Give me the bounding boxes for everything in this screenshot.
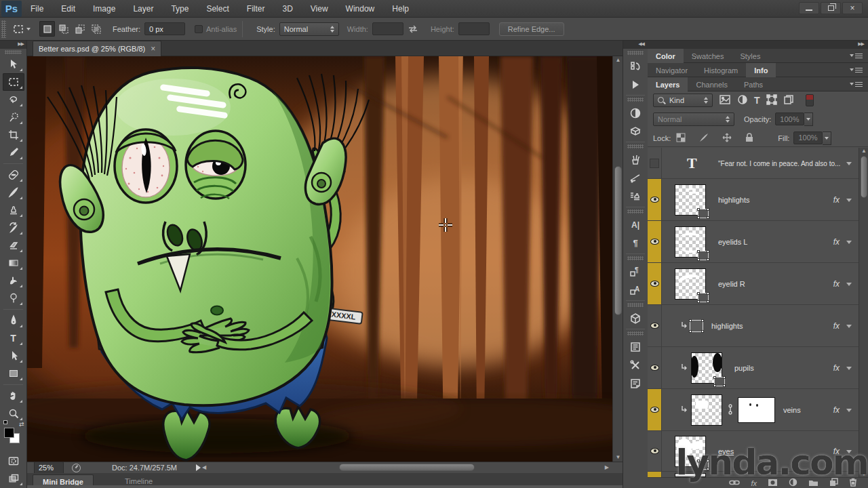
layer-style-icon[interactable]: fx [751,479,757,487]
layer-options-caret-icon[interactable] [846,409,852,412]
zoom-level-field[interactable]: 25% [34,462,64,474]
tools-grip[interactable] [5,50,22,54]
subtract-from-selection-button[interactable] [72,21,87,37]
filter-pixel-layers-icon[interactable] [719,94,731,106]
current-tool-badge[interactable] [9,22,34,37]
eye-icon[interactable] [650,197,659,203]
adjustments-panel-icon[interactable] [625,104,646,122]
scroll-right-icon[interactable]: ▶ [605,463,609,472]
pen-tool[interactable] [3,312,24,329]
filter-shape-layers-icon[interactable] [766,94,777,106]
tab-channels[interactable]: Channels [688,77,735,92]
tab-navigator[interactable]: Navigator [648,63,696,77]
opacity-field[interactable]: 100% [775,113,813,126]
layer-thumbnail[interactable] [691,352,722,384]
anti-alias-checkbox[interactable] [195,25,203,33]
eye-icon[interactable] [650,323,659,329]
spot-healing-brush-tool[interactable] [3,166,24,184]
rectangle-tool[interactable] [3,365,24,382]
layer-visibility-toggle[interactable] [648,263,662,304]
layer-name[interactable]: eyes [718,447,734,455]
layer-visibility-toggle[interactable] [648,431,662,471]
swap-dimensions-icon[interactable] [406,24,420,34]
new-selection-button[interactable] [39,21,55,37]
layer-options-caret-icon[interactable] [846,241,852,244]
menu-layer[interactable]: Layer [124,0,162,18]
layer-effects-badge[interactable]: fx [833,447,840,456]
layer-visibility-toggle[interactable] [648,347,662,388]
history-panel-icon[interactable] [625,57,646,75]
type-tool[interactable]: T [3,329,24,347]
menu-file[interactable]: File [22,0,52,18]
opacity-dropdown-icon[interactable] [804,113,814,126]
layer-visibility-toggle[interactable] [648,305,662,346]
eyedropper-tool[interactable] [3,144,24,161]
tab-color[interactable]: Color [648,49,684,63]
character-styles-panel-icon[interactable]: A [625,281,646,299]
layer-name[interactable]: eyelid R [718,280,745,288]
layers-scroll-down-icon[interactable]: ▼ [859,471,868,477]
history-brush-tool[interactable] [3,219,24,237]
document-close-icon[interactable]: × [151,44,155,54]
eye-icon[interactable] [650,365,659,371]
panel-menu-icon[interactable] [850,82,863,87]
tab-styles[interactable]: Styles [732,49,768,63]
brush-presets-panel-icon[interactable] [625,169,646,187]
scroll-up-icon[interactable]: ▲ [613,56,623,64]
eye-icon[interactable] [650,407,659,413]
tab-histogram[interactable]: Histogram [696,63,746,77]
smudge-tool[interactable] [3,272,24,289]
layer-row[interactable]: highlights fx [648,179,859,221]
canvas[interactable]: XXXXXL [27,56,612,462]
layer-effects-badge[interactable]: fx [833,279,840,289]
eraser-tool[interactable] [3,237,24,254]
character-panel-icon[interactable]: A| [625,216,646,234]
filter-smart-objects-icon[interactable] [783,94,794,106]
layer-options-caret-icon[interactable] [846,367,852,370]
layer-name[interactable]: highlights [711,322,743,330]
layer-effects-badge[interactable]: fx [833,363,840,373]
lock-position-icon[interactable] [722,133,738,144]
restore-button[interactable] [821,2,841,14]
clone-stamp-tool[interactable] [3,201,24,219]
layer-name[interactable]: "Fear not. I come in peace. And also to.… [718,159,840,167]
menu-edit[interactable]: Edit [52,0,84,18]
layers-scrollbar[interactable]: ▲ ▼ [859,148,868,477]
scroll-left-icon[interactable]: ◀ [202,463,206,472]
tab-info[interactable]: Info [746,63,776,77]
panel-menu-icon[interactable] [850,68,863,73]
crop-tool[interactable] [3,126,24,144]
layer-effects-badge[interactable]: fx [833,237,840,247]
delete-layer-icon[interactable] [849,478,857,488]
scroll-down-icon[interactable]: ▼ [613,453,623,462]
feather-input[interactable]: 0 px [144,22,185,35]
refine-edge-button[interactable]: Refine Edge... [499,22,564,36]
menu-view[interactable]: View [302,0,337,18]
fill-dropdown-icon[interactable] [823,131,832,145]
status-popup-icon[interactable] [196,464,201,471]
new-group-icon[interactable] [808,479,818,488]
swap-colors-icon[interactable]: ⇄ [19,421,24,428]
panel-menu-icon[interactable] [850,54,863,58]
lasso-tool[interactable] [3,91,24,108]
layer-name[interactable]: veins [783,406,801,414]
layer-thumbnail[interactable] [675,268,706,300]
brush-panel-icon[interactable] [625,150,646,169]
layer-row[interactable]: highlights fx [648,305,859,347]
properties-panel-icon[interactable] [625,338,646,356]
link-layers-icon[interactable] [729,479,740,488]
layer-row[interactable]: veins fx [648,389,859,431]
path-selection-tool[interactable] [3,347,24,365]
clone-source-panel-icon[interactable] [625,187,646,205]
filter-type-layers-icon[interactable]: T [754,95,760,106]
options-grip[interactable] [1,20,6,38]
lock-pixels-icon[interactable] [699,133,715,144]
canvas-horizontal-scrollbar[interactable]: ◀ ▶ [202,463,609,472]
quick-mask-button[interactable] [3,452,24,470]
layer-options-caret-icon[interactable] [846,283,852,286]
layer-row[interactable]: eyelids L fx [648,221,859,263]
quick-selection-tool[interactable] [3,108,24,126]
layer-name[interactable]: eyelids L [718,238,747,246]
width-input[interactable] [372,22,403,35]
move-tool[interactable] [3,56,24,73]
